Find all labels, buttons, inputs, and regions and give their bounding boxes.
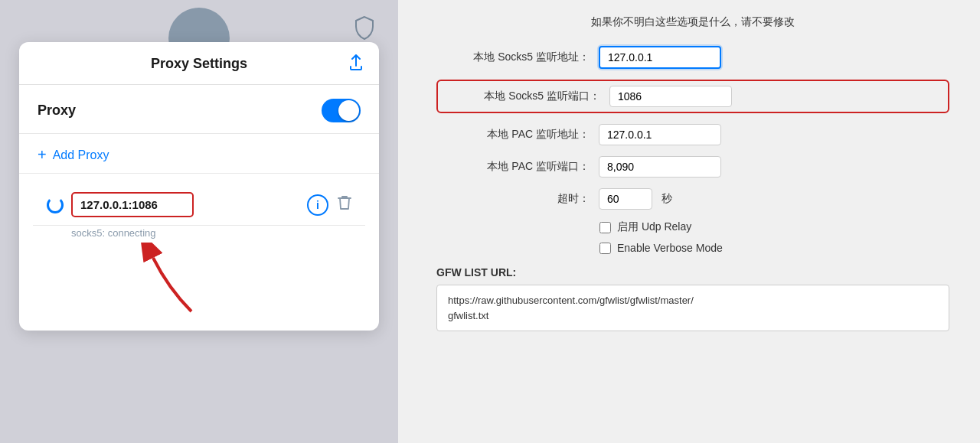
pac-address-input[interactable] <box>599 124 721 145</box>
verbose-mode-checkbox[interactable] <box>599 243 611 254</box>
pac-port-label: 本地 PAC 监听端口： <box>436 160 590 174</box>
socks5-port-input[interactable] <box>609 86 732 107</box>
right-panel: 如果你不明白这些选项是什么，请不要修改 本地 Socks5 监听地址： 本地 S… <box>398 0 980 443</box>
info-button[interactable]: i <box>307 194 328 216</box>
pac-address-row: 本地 PAC 监听地址： <box>436 124 949 145</box>
proxy-toggle[interactable] <box>322 99 361 122</box>
udp-relay-label: 启用 Udp Relay <box>617 220 691 234</box>
proxy-card: Proxy Settings Proxy + Add Proxy 127.0.0… <box>19 42 379 331</box>
proxy-toggle-row: Proxy <box>19 85 379 134</box>
pac-address-label: 本地 PAC 监听地址： <box>436 128 590 142</box>
gfw-url-box[interactable]: https://raw.githubusercontent.com/gfwlis… <box>436 285 949 331</box>
socks5-port-wrapper: 本地 Socks5 监听端口： <box>436 80 949 113</box>
pac-port-row: 本地 PAC 监听端口： <box>436 156 949 178</box>
pac-port-input[interactable] <box>599 156 721 178</box>
timeout-row: 超时： 秒 <box>436 188 949 210</box>
timeout-label: 超时： <box>436 192 590 206</box>
socks5-address-label: 本地 Socks5 监听地址： <box>436 50 590 64</box>
timeout-input[interactable] <box>599 188 652 210</box>
proxy-item-row: 127.0.0.1:1086 i <box>33 181 365 226</box>
gfw-section: GFW LIST URL: https://raw.githubusercont… <box>436 266 949 331</box>
proxy-address: 127.0.0.1 <box>80 198 129 211</box>
left-panel: Proxy Settings Proxy + Add Proxy 127.0.0… <box>0 0 398 443</box>
card-title: Proxy Settings <box>151 56 247 72</box>
proxy-item-icons: i <box>307 194 351 216</box>
udp-relay-checkbox[interactable] <box>599 222 611 233</box>
add-proxy-label: Add Proxy <box>53 148 109 162</box>
shield-icon <box>354 15 375 45</box>
proxy-label: Proxy <box>38 103 76 119</box>
loading-spinner <box>47 197 64 213</box>
udp-relay-row: 启用 Udp Relay <box>599 220 949 234</box>
timeout-unit: 秒 <box>662 192 672 206</box>
card-header: Proxy Settings <box>19 42 379 85</box>
add-proxy-row[interactable]: + Add Proxy <box>19 134 379 174</box>
gfw-title: GFW LIST URL: <box>436 266 949 279</box>
socks5-address-row: 本地 Socks5 监听地址： <box>436 46 949 69</box>
plus-icon: + <box>38 146 47 164</box>
verbose-mode-row: Enable Verbose Mode <box>599 242 949 254</box>
delete-button[interactable] <box>338 194 351 216</box>
warning-text: 如果你不明白这些选项是什么，请不要修改 <box>436 15 949 29</box>
proxy-port: 1086 <box>132 198 158 211</box>
socks5-address-input[interactable] <box>599 46 721 69</box>
socks5-port-label: 本地 Socks5 监听端口： <box>447 90 600 103</box>
annotation-arrow <box>138 243 207 319</box>
proxy-address-box[interactable]: 127.0.0.1:1086 <box>71 192 194 217</box>
share-button[interactable] <box>348 54 364 75</box>
verbose-mode-label: Enable Verbose Mode <box>617 242 723 254</box>
proxy-status: socks5: connecting <box>33 226 365 239</box>
